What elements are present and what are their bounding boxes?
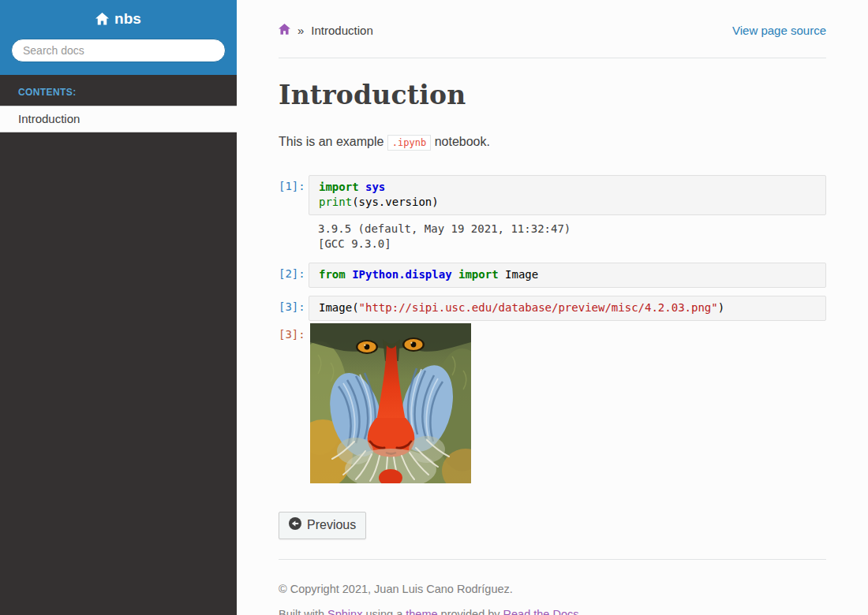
- cell-1-input-prompt: [1]:: [279, 175, 309, 192]
- breadcrumb: » Introduction View page source: [279, 24, 826, 37]
- code-token: sys: [365, 181, 385, 193]
- home-icon: [279, 24, 290, 37]
- intro-text-after: notebook.: [431, 135, 490, 148]
- footer: © Copyright 2021, Juan Luis Cano Rodrígu…: [279, 581, 826, 615]
- output-line: [GCC 9.3.0]: [318, 237, 391, 250]
- sidebar-contents-caption: CONTENTS:: [0, 75, 237, 106]
- code-token: IPython.display: [352, 268, 458, 281]
- footer-text: using a: [362, 608, 406, 615]
- code-token: from: [319, 268, 352, 281]
- previous-button-label: Previous: [307, 518, 356, 532]
- code-cell-3-output: [3]:: [279, 323, 826, 486]
- code-cell-1-output: 3.9.5 (default, May 19 2021, 11:32:47) […: [279, 222, 826, 252]
- code-token: ): [718, 301, 724, 314]
- code-token: Image(: [319, 301, 359, 314]
- cell-2-input-prompt: [2]:: [279, 263, 309, 280]
- pager: Previous: [279, 512, 826, 539]
- footer-text: provided by: [438, 608, 503, 615]
- search-input[interactable]: [11, 39, 226, 62]
- intro-paragraph: This is an example .ipynb notebook.: [279, 132, 826, 152]
- breadcrumb-divider: [279, 58, 826, 58]
- code-cell-2-input: [2]: from IPython.display import Image: [279, 263, 826, 288]
- sidebar-home-link[interactable]: nbs: [95, 10, 141, 28]
- home-icon: [95, 13, 109, 25]
- sidebar-title: nbs: [114, 10, 141, 28]
- sidebar-item-introduction[interactable]: Introduction: [0, 106, 237, 132]
- read-the-docs-link[interactable]: Read the Docs: [503, 608, 579, 615]
- theme-link[interactable]: theme: [406, 608, 437, 615]
- breadcrumb-home-link[interactable]: [279, 24, 290, 37]
- built-with-text: Built with Sphinx using a theme provided…: [279, 606, 826, 615]
- page-title: Introduction: [279, 80, 826, 110]
- cell-1-code: import sys print(sys.version): [309, 175, 826, 215]
- cell-3-input-prompt: [3]:: [279, 296, 309, 313]
- cell-3-code: Image("http://sipi.usc.edu/database/prev…: [309, 296, 826, 321]
- cell-3-output-prompt: [3]:: [279, 323, 309, 341]
- code-token: import: [319, 181, 365, 193]
- code-cell-1-input: [1]: import sys print(sys.version): [279, 175, 826, 215]
- cell-1-output-prompt: [279, 222, 309, 226]
- code-cell-3-input: [3]: Image("http://sipi.usc.edu/database…: [279, 296, 826, 321]
- view-page-source-link[interactable]: View page source: [732, 24, 826, 37]
- footer-divider: [279, 559, 826, 560]
- code-token: Image: [505, 268, 538, 281]
- sidebar-header: nbs: [0, 0, 237, 75]
- arrow-circle-left-icon: [289, 517, 301, 533]
- app-window: nbs CONTENTS: Introduction » Introductio…: [0, 0, 868, 615]
- code-token: import: [458, 268, 505, 281]
- code-token: print: [319, 196, 352, 208]
- breadcrumb-current: Introduction: [311, 24, 372, 37]
- output-line: 3.9.5 (default, May 19 2021, 11:32:47): [318, 222, 571, 235]
- mandrill-output-image: [310, 323, 471, 486]
- code-token: (sys.version): [352, 196, 439, 208]
- copyright-text: © Copyright 2021, Juan Luis Cano Rodrígu…: [279, 581, 826, 598]
- cell-2-code: from IPython.display import Image: [309, 263, 826, 288]
- notebook-cells: [1]: import sys print(sys.version) 3.9.5…: [279, 175, 826, 486]
- footer-text: .: [579, 608, 582, 615]
- previous-button[interactable]: Previous: [279, 512, 366, 539]
- sphinx-link[interactable]: Sphinx: [327, 608, 362, 615]
- main-content: » Introduction View page source Introduc…: [237, 0, 868, 615]
- sidebar: nbs CONTENTS: Introduction: [0, 0, 237, 615]
- cell-1-output-text: 3.9.5 (default, May 19 2021, 11:32:47) […: [309, 222, 571, 252]
- intro-text-before: This is an example: [279, 135, 387, 148]
- inline-code-literal: .ipynb: [387, 135, 431, 151]
- breadcrumb-separator: »: [297, 24, 304, 37]
- code-token: "http://sipi.usc.edu/database/preview/mi…: [359, 301, 718, 314]
- footer-text: Built with: [279, 608, 327, 615]
